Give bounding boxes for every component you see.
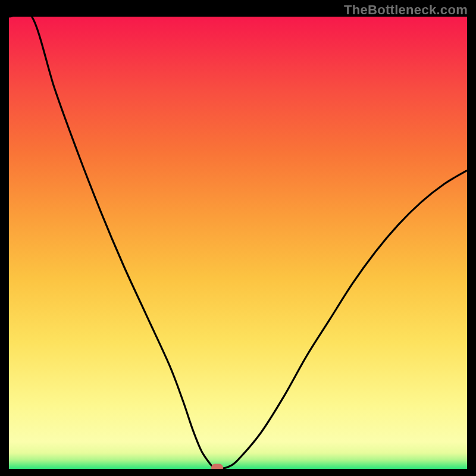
plot-area: [9, 17, 467, 469]
plot-gradient-background: [9, 17, 467, 469]
bottleneck-curve-path: [9, 17, 467, 469]
bottleneck-curve: [9, 17, 467, 469]
watermark-text: TheBottleneck.com: [344, 2, 468, 18]
optimal-point-marker: [211, 464, 223, 469]
chart-frame: TheBottleneck.com: [0, 0, 476, 476]
